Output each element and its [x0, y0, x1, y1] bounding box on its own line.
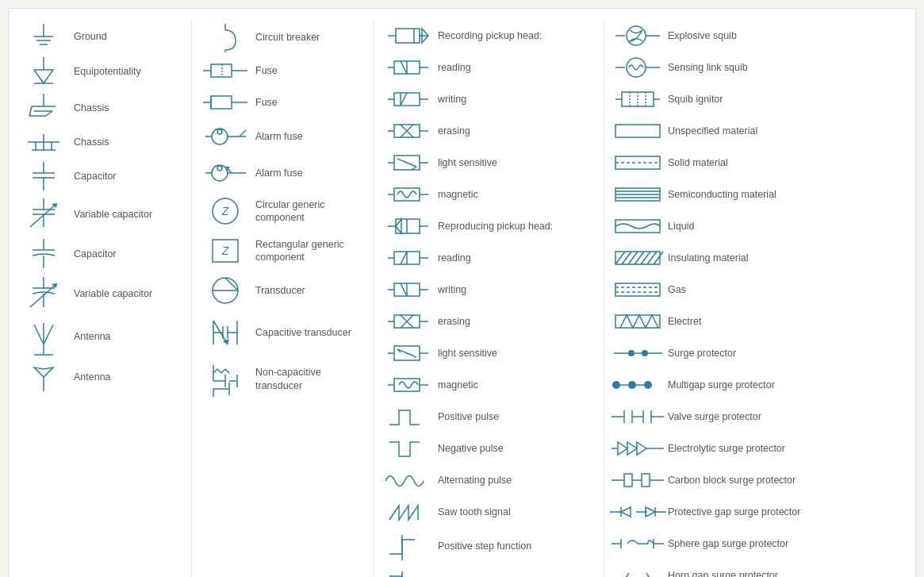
symbol-surge-protector — [614, 344, 661, 362]
item-gas: Gas — [611, 275, 881, 305]
label-magnetic1: magnetic — [438, 188, 478, 201]
item-explosive-squib: Explosive squib — [611, 21, 881, 51]
item-semiconducting-material: Semiconducting material — [611, 179, 881, 210]
svg-point-153 — [627, 26, 646, 45]
svg-line-145 — [397, 349, 416, 357]
label-surge-protector: Surge protector — [668, 347, 736, 360]
symbol-alarm-fuse2 — [201, 157, 249, 189]
label-electrolytic-surge: Electrolytic surge protector — [668, 442, 785, 455]
item-circular-generic: Z Circular generic component — [198, 192, 374, 230]
svg-rect-209 — [642, 474, 650, 487]
item-circuit-breaker: Circuit breaker — [198, 21, 374, 54]
symbol-transducer — [201, 273, 249, 308]
item-carbon-block-surge: Carbon block surge protector — [611, 465, 881, 495]
label-protective-gap-surge: Protective gap surge protector — [668, 506, 800, 518]
item-non-capacitive-transducer: Non-capacitive transducer — [198, 356, 374, 402]
label-liquid: Liquid — [668, 220, 694, 233]
label-positive-pulse: Positive pulse — [438, 410, 499, 423]
item-sensing-link-squib: Sensing link squib — [611, 52, 881, 83]
item-saw-tooth: Saw tooth signal — [381, 497, 604, 527]
item-multigap-surge: Multigap surge protector — [611, 370, 881, 400]
label-multigap-surge: Multigap surge protector — [668, 379, 775, 391]
svg-rect-180 — [615, 283, 660, 296]
symbol-negative-pulse — [384, 436, 431, 461]
symbol-multigap-surge — [614, 376, 661, 394]
symbol-rectangular-generic: Z — [201, 233, 249, 268]
label-erasing1: erasing — [438, 125, 470, 137]
label-semiconducting-material: Semiconducting material — [668, 188, 776, 201]
label-non-capacitive-transducer: Non-capacitive transducer — [255, 366, 370, 392]
svg-line-59 — [240, 130, 246, 137]
item-capacitive-transducer: Capacitive transducer — [198, 311, 374, 354]
symbol-electrolytic-surge — [614, 438, 661, 459]
symbol-erasing2 — [384, 312, 431, 331]
item-chassis1: Chassis — [17, 90, 191, 125]
svg-line-117 — [397, 159, 416, 167]
item-electrolytic-surge: Electrolytic surge protector — [611, 433, 881, 464]
svg-point-185 — [628, 350, 635, 356]
symbol-light-sensitive2 — [384, 343, 431, 364]
svg-point-187 — [642, 350, 648, 356]
label-erasing2: erasing — [438, 315, 470, 328]
symbol-electret — [614, 313, 661, 330]
symbol-light-sensitive1 — [384, 152, 431, 173]
label-light-sensitive2: light sensitive — [438, 347, 497, 360]
symbol-gas — [614, 281, 661, 298]
symbol-explosive-squib — [614, 24, 661, 48]
label-alarm-fuse2: Alarm fuse — [255, 167, 303, 179]
symbol-ground — [20, 22, 67, 51]
label-carbon-block-surge: Carbon block surge protector — [668, 474, 796, 487]
label-circular-generic: Circular generic component — [255, 198, 370, 225]
symbol-liquid — [614, 217, 661, 235]
svg-point-193 — [644, 381, 652, 389]
item-rectangular-generic: Z Rectangular generic component — [198, 232, 374, 270]
symbol-solid-material — [614, 154, 661, 171]
symbol-squib-ignitor — [614, 88, 661, 110]
item-insulating-material: Insulating material — [611, 243, 881, 273]
svg-line-91 — [217, 369, 221, 373]
label-fuse1: Fuse — [255, 64, 278, 77]
svg-marker-213 — [621, 507, 631, 517]
item-transducer: Transducer — [198, 271, 374, 310]
svg-point-62 — [217, 166, 222, 171]
item-solid-material: Solid material — [611, 148, 881, 178]
symbol-reproducing-head — [384, 215, 431, 237]
svg-line-92 — [221, 369, 225, 373]
label-sensing-link-squib: Sensing link squib — [668, 61, 748, 74]
symbol-capacitor2 — [20, 237, 67, 271]
svg-marker-81 — [223, 339, 229, 344]
symbol-recording-head — [384, 25, 431, 47]
label-unspecified-material: Unspecified material — [668, 125, 757, 137]
item-erasing2: erasing — [381, 306, 604, 337]
svg-rect-48 — [211, 64, 232, 77]
item-alarm-fuse1: Alarm fuse — [198, 119, 374, 154]
svg-rect-164 — [615, 125, 660, 137]
symbol-alarm-fuse1 — [201, 121, 249, 152]
symbol-antenna2 — [20, 361, 67, 393]
item-capacitor1: Capacitor — [17, 159, 191, 194]
item-valve-surge: Valve surge protector — [611, 402, 881, 432]
label-capacitor1: Capacitor — [74, 170, 117, 183]
symbol-chassis2 — [20, 130, 67, 154]
main-container: Ground Equipotentiality — [8, 8, 916, 577]
svg-marker-203 — [627, 442, 637, 455]
item-protective-gap-surge: Protective gap surge protector — [611, 497, 881, 527]
label-writing1: writing — [438, 93, 466, 106]
symbol-fuse2 — [201, 91, 249, 113]
symbol-capacitive-transducer — [201, 313, 249, 352]
label-circuit-breaker: Circuit breaker — [255, 31, 320, 44]
column-3: Recording pickup head: reading — [374, 21, 604, 577]
item-erasing1: erasing — [381, 116, 604, 146]
item-reading2: reading — [381, 243, 604, 273]
svg-rect-148 — [394, 379, 420, 391]
symbol-alternating-pulse — [384, 467, 431, 493]
symbol-circuit-breaker — [201, 22, 249, 52]
symbol-reading2 — [384, 248, 431, 267]
svg-text:Z: Z — [221, 244, 229, 257]
item-light-sensitive1: light sensitive — [381, 148, 604, 178]
svg-line-42 — [44, 325, 53, 344]
item-fuse2: Fuse — [198, 87, 374, 117]
column-1: Ground Equipotentiality — [17, 21, 191, 577]
label-ground: Ground — [74, 30, 107, 43]
item-sphere-gap-surge: Sphere gap surge protector — [611, 529, 881, 559]
